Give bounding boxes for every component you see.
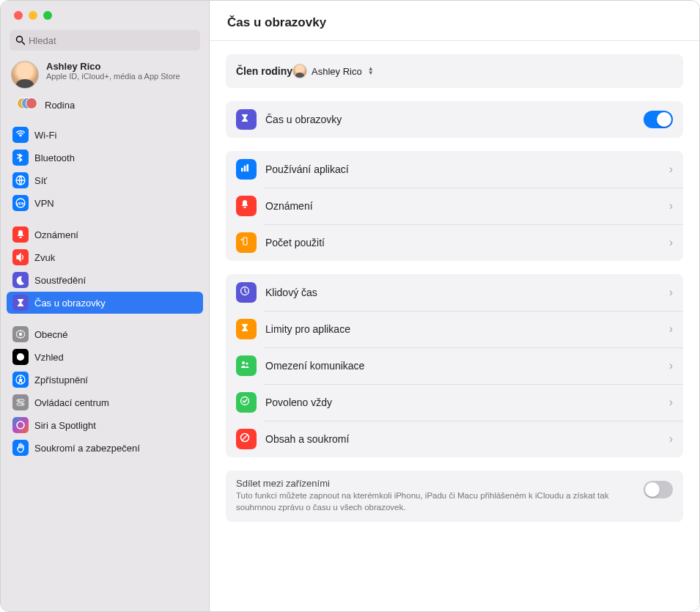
row-nosign[interactable]: Obsah a soukromí› xyxy=(226,421,683,457)
row-label: Povoleno vždy xyxy=(265,397,665,408)
search-input[interactable] xyxy=(29,35,194,46)
hand-icon xyxy=(12,440,29,456)
chevron-right-icon: › xyxy=(669,163,673,176)
wifi-icon xyxy=(12,127,29,143)
row-label: Oznámení xyxy=(265,200,665,212)
family-member-selector[interactable]: Ashley Rico ▲▼ xyxy=(292,64,377,78)
screen-time-toggle-row: Čas u obrazovky xyxy=(226,101,683,138)
sidebar-item-label: Zvuk xyxy=(34,252,55,263)
access-icon xyxy=(12,372,29,388)
search-icon xyxy=(15,35,25,45)
sidebar-item-family[interactable]: Rodina xyxy=(1,95,209,119)
sidebar-item-moon[interactable]: Soustředění xyxy=(7,269,203,291)
sidebar-item-label: Wi-Fi xyxy=(34,130,56,141)
row-hourglass[interactable]: Limity pro aplikace› xyxy=(226,311,683,347)
nosign-icon xyxy=(236,429,257,449)
row-label: Limity pro aplikace xyxy=(265,323,665,335)
main-content: Čas u obrazovky Člen rodiny Ashley Rico … xyxy=(210,1,699,611)
chevron-right-icon: › xyxy=(669,396,673,409)
sidebar-item-hourglass[interactable]: Čas u obrazovky xyxy=(7,292,203,314)
sidebar-item-label: VPN xyxy=(34,198,54,209)
family-member-card: Člen rodiny Ashley Rico ▲▼ xyxy=(226,54,683,88)
dropdown-icon: ▲▼ xyxy=(368,65,377,77)
share-subtitle: Tuto funkci můžete zapnout na kterémkoli… xyxy=(226,490,644,522)
sidebar-item-bluetooth[interactable]: Bluetooth xyxy=(7,147,203,169)
usage-card: Používání aplikací›Oznámení›Počet použit… xyxy=(226,151,683,261)
sidebar-item-label: Soukromí a zabezpečení xyxy=(34,443,140,454)
sidebar-item-label: Zpřístupnění xyxy=(34,375,88,386)
row-label: Počet použití xyxy=(265,237,665,248)
hourglass-icon xyxy=(12,295,29,311)
share-card: Sdílet mezi zařízeními Tuto funkci můžet… xyxy=(226,471,683,522)
sidebar-item-label: Oznámení xyxy=(34,229,78,240)
family-label: Rodina xyxy=(45,100,75,111)
gear-icon xyxy=(12,326,29,342)
maximize-button[interactable] xyxy=(43,11,52,20)
sidebar-item-access[interactable]: Zpřístupnění xyxy=(7,369,203,391)
sidebar-item-siri[interactable]: Siri a Spotlight xyxy=(7,414,203,436)
row-label: Obsah a soukromí xyxy=(265,433,665,445)
siri-icon xyxy=(12,417,29,433)
family-member-label: Člen rodiny xyxy=(236,65,292,77)
bars-icon xyxy=(236,159,257,180)
screen-time-toggle[interactable] xyxy=(644,111,673,128)
chevron-right-icon: › xyxy=(669,359,673,372)
row-label: Klidový čas xyxy=(265,287,665,298)
sidebar-item-globe[interactable]: Síť xyxy=(7,169,203,191)
sidebar-item-switches[interactable]: Ovládací centrum xyxy=(7,391,203,413)
moon-icon xyxy=(12,272,29,288)
switches-icon xyxy=(12,394,29,410)
sidebar-item-sound[interactable]: Zvuk xyxy=(7,246,203,268)
minimize-button[interactable] xyxy=(29,11,37,20)
row-bars[interactable]: Používání aplikací› xyxy=(226,151,683,188)
sidebar-item-label: Siri a Spotlight xyxy=(34,420,96,431)
row-clock[interactable]: Klidový čas› xyxy=(226,274,683,311)
search-field[interactable] xyxy=(10,30,200,51)
sidebar-item-label: Síť xyxy=(34,175,47,186)
chevron-right-icon: › xyxy=(669,286,673,299)
row-bell[interactable]: Oznámení› xyxy=(226,188,683,224)
bluetooth-icon xyxy=(12,150,29,166)
clock-icon xyxy=(236,282,257,303)
sidebar-item-label: Obecné xyxy=(34,329,68,340)
family-member-row[interactable]: Člen rodiny Ashley Rico ▲▼ xyxy=(226,54,683,88)
screen-time-toggle-card: Čas u obrazovky xyxy=(226,101,683,138)
limits-card: Klidový čas›Limity pro aplikace›Omezení … xyxy=(226,274,683,457)
apple-id-row[interactable]: Ashley Rico Apple ID, iCloud+, média a A… xyxy=(1,55,209,95)
row-people[interactable]: Omezení komunikace› xyxy=(226,347,683,384)
sound-icon xyxy=(12,249,29,265)
sidebar-item-label: Vzhled xyxy=(34,352,64,363)
vpn-icon xyxy=(12,195,29,211)
avatar xyxy=(11,61,39,89)
bell-icon xyxy=(12,226,29,243)
globe-icon xyxy=(12,172,29,188)
chevron-right-icon: › xyxy=(669,236,673,249)
account-name: Ashley Rico xyxy=(46,61,180,72)
people-icon xyxy=(236,355,257,376)
share-toggle[interactable] xyxy=(644,481,673,498)
row-label: Omezení komunikace xyxy=(265,360,665,372)
sidebar-item-label: Bluetooth xyxy=(34,152,75,163)
row-check[interactable]: Povoleno vždy› xyxy=(226,384,683,421)
bell-icon xyxy=(236,196,257,216)
sidebar-item-label: Soustředění xyxy=(34,275,86,286)
sidebar-item-hand[interactable]: Soukromí a zabezpečení xyxy=(7,437,203,459)
chevron-right-icon: › xyxy=(669,432,673,446)
check-icon xyxy=(236,392,257,413)
screen-time-label: Čas u obrazovky xyxy=(265,114,644,125)
page-title: Čas u obrazovky xyxy=(210,1,699,41)
row-label: Používání aplikací xyxy=(265,163,665,175)
sidebar: Ashley Rico Apple ID, iCloud+, média a A… xyxy=(1,1,210,611)
sidebar-item-vpn[interactable]: VPN xyxy=(7,192,203,214)
sidebar-item-gear[interactable]: Obecné xyxy=(7,323,203,345)
hourglass-icon xyxy=(236,319,257,339)
window-controls xyxy=(1,1,209,24)
share-title: Sdílet mezi zařízeními xyxy=(226,471,644,490)
sidebar-item-wifi[interactable]: Wi-Fi xyxy=(7,124,203,146)
row-pickups[interactable]: Počet použití› xyxy=(226,224,683,261)
chevron-right-icon: › xyxy=(669,322,673,336)
sidebar-item-bell[interactable]: Oznámení xyxy=(7,224,203,246)
close-button[interactable] xyxy=(14,11,23,20)
pickups-icon xyxy=(236,232,257,253)
sidebar-item-appearance[interactable]: Vzhled xyxy=(7,346,203,368)
